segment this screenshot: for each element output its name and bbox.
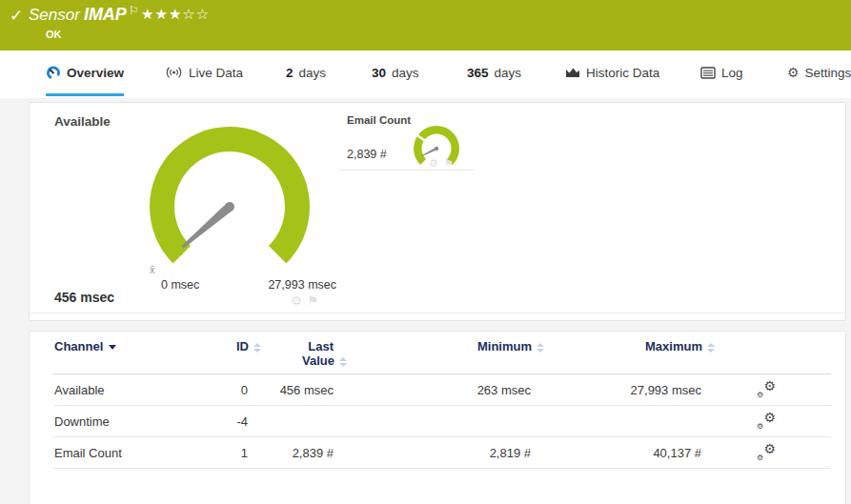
priority-stars[interactable]: ★★★☆☆ — [141, 6, 210, 23]
cell-last-value: 456 msec — [248, 383, 334, 397]
email-count-gauge-cell[interactable]: Email Count 2,839 # ⚙ ⚑ — [339, 111, 475, 171]
tab-overview[interactable]: Overview — [46, 50, 124, 94]
sort-icon — [707, 343, 715, 353]
tab-historic-data[interactable]: Historic Data — [565, 50, 659, 94]
cell-last-value: 2,839 # — [248, 446, 334, 460]
channel-settings-icon[interactable]: ⚙⚙ — [757, 412, 776, 429]
secondary-gauge-value: 2,839 # — [347, 148, 387, 161]
primary-gauge-value: 456 msec — [54, 290, 114, 305]
cell-id: 1 — [192, 446, 248, 460]
channel-settings-icon[interactable]: ⚙⚙ — [757, 443, 776, 460]
tab-live-data[interactable]: Live Data — [165, 50, 243, 94]
tab-label: days — [299, 66, 327, 80]
channel-pin-icon[interactable]: ⚑ — [308, 293, 319, 308]
tab-number: 30 — [372, 66, 386, 80]
table-row[interactable]: Available 0 456 msec 263 msec 27,993 mse… — [53, 374, 831, 406]
table-row[interactable]: Downtime -4 ⚙⚙ — [53, 406, 831, 437]
tab-label: Settings — [805, 66, 851, 80]
column-header-maximum[interactable]: Maximum — [531, 339, 701, 353]
primary-gauge-title: Available — [54, 114, 111, 129]
gauge-scale-max: 27,993 msec — [244, 278, 336, 292]
cell-id: -4 — [192, 414, 248, 429]
gauge-scale-min: 0 msec — [161, 278, 199, 292]
tab-label: Live Data — [189, 66, 243, 80]
cell-channel[interactable]: Downtime — [54, 414, 192, 429]
table-header-row: Channel ID Last Value Minimum Maximum — [53, 339, 831, 374]
tab-30-days[interactable]: 30 days — [372, 50, 419, 94]
gear-icon: ⚙ — [787, 65, 800, 80]
tab-label: Log — [721, 66, 743, 80]
tab-label: Historic Data — [586, 66, 659, 80]
tab-label: days — [495, 66, 522, 80]
column-header-last-value[interactable]: Last Value — [248, 339, 334, 368]
gauge-icon — [46, 65, 61, 80]
cell-maximum: 40,137 # — [531, 446, 701, 460]
title-sensor-name: IMAP — [84, 5, 127, 24]
tab-365-days[interactable]: 365 days — [467, 50, 521, 94]
cell-channel[interactable]: Email Count — [54, 446, 192, 460]
gauge-panel-divider — [30, 312, 845, 313]
table-row[interactable]: Email Count 1 2,839 # 2,819 # 40,137 # ⚙… — [53, 437, 831, 469]
tab-label: days — [392, 66, 419, 80]
channel-settings-icon[interactable]: ⚙⚙ — [757, 380, 776, 397]
cell-maximum: 27,993 msec — [531, 383, 701, 397]
channel-pin-icon[interactable]: ⚑ — [444, 157, 454, 170]
sort-icon — [339, 357, 347, 367]
status-badge: OK — [46, 29, 62, 40]
tab-settings[interactable]: ⚙ Settings — [787, 50, 851, 94]
overview-content: Available x̄ 0 msec 27,993 msec 456 msec… — [0, 98, 851, 504]
flag-icon[interactable]: ⚐ — [129, 4, 139, 17]
log-icon — [700, 67, 716, 79]
column-header-id[interactable]: ID — [192, 339, 248, 353]
sensor-header: ✓ SensorIMAP⚐ ★★★☆☆ OK — [0, 0, 851, 50]
tab-log[interactable]: Log — [700, 50, 743, 94]
historic-chart-icon — [565, 66, 580, 79]
cell-id: 0 — [192, 383, 248, 397]
channel-table: Channel ID Last Value Minimum Maximum Av… — [29, 331, 846, 504]
channel-gear-icon[interactable]: ⚙ — [291, 293, 302, 308]
tab-2-days[interactable]: 2 days — [286, 50, 326, 94]
available-gauge: x̄ — [134, 111, 325, 302]
status-check-icon: ✓ — [10, 6, 23, 25]
tab-label: Overview — [67, 66, 124, 80]
tab-bar: Overview Live Data 2 days 30 days 365 da… — [0, 50, 851, 98]
secondary-gauge-title: Email Count — [347, 114, 411, 126]
title-prefix: Sensor — [29, 6, 80, 24]
gauges-panel: Available x̄ 0 msec 27,993 msec 456 msec… — [29, 102, 846, 321]
cell-minimum: 263 msec — [334, 383, 531, 397]
cell-minimum: 2,819 # — [334, 446, 531, 460]
channel-gear-icon[interactable]: ⚙ — [429, 157, 438, 170]
live-data-icon — [165, 66, 183, 79]
tab-number: 2 — [286, 66, 294, 80]
column-header-channel[interactable]: Channel — [54, 339, 192, 353]
sort-desc-icon — [109, 345, 116, 350]
mean-marker: x̄ — [150, 264, 155, 275]
tab-number: 365 — [467, 66, 489, 80]
column-header-minimum[interactable]: Minimum — [334, 339, 531, 353]
page-title: SensorIMAP⚐ — [29, 4, 139, 25]
cell-channel[interactable]: Available — [54, 383, 192, 397]
